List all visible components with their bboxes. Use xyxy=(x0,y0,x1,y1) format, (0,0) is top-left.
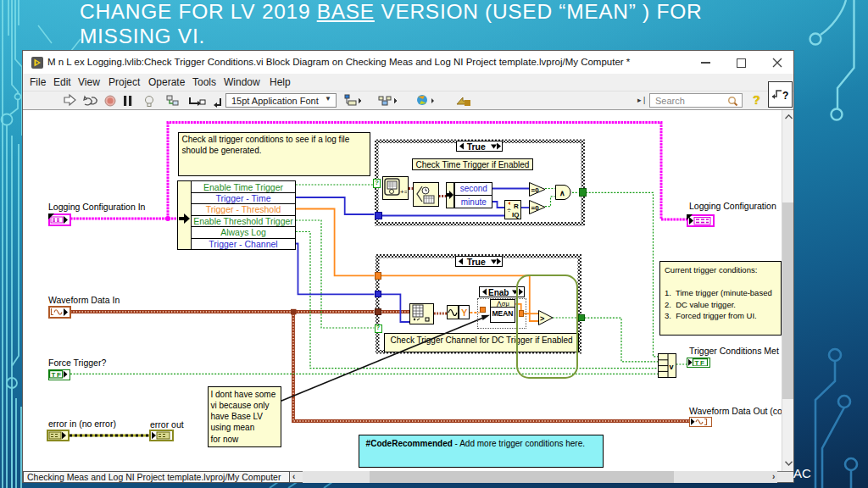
svg-text:IQ: IQ xyxy=(512,211,519,219)
svg-text:T: T xyxy=(695,358,699,366)
svg-text:>: > xyxy=(540,314,544,323)
svg-text:∧: ∧ xyxy=(559,189,565,197)
svg-text:=0: =0 xyxy=(531,186,540,193)
svg-text:F: F xyxy=(57,371,61,379)
svg-text:+=: += xyxy=(400,188,407,196)
svg-text:R: R xyxy=(514,202,519,210)
svg-text:F: F xyxy=(700,358,704,366)
svg-text:÷: ÷ xyxy=(507,206,511,214)
svg-text:T: T xyxy=(52,371,56,379)
svg-text:=0: =0 xyxy=(531,204,540,212)
svg-text:?: ? xyxy=(782,90,788,102)
svg-text:v: v xyxy=(670,363,674,371)
